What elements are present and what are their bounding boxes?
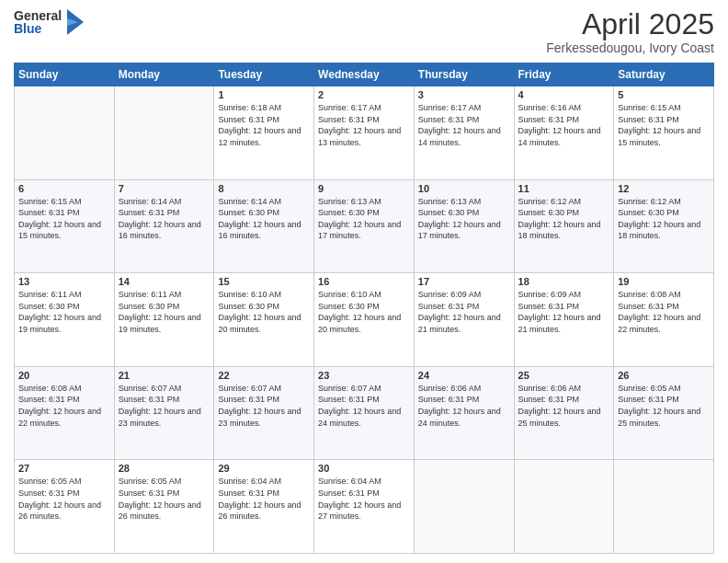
day-info: Sunrise: 6:10 AMSunset: 6:30 PMDaylight:… <box>318 290 401 334</box>
day-number: 8 <box>218 183 310 194</box>
day-number: 22 <box>218 370 310 381</box>
day-of-week-header: Saturday <box>614 63 714 86</box>
day-number: 14 <box>119 276 210 287</box>
day-info: Sunrise: 6:09 AMSunset: 6:31 PMDaylight:… <box>418 290 501 334</box>
calendar-day-cell: 1 Sunrise: 6:18 AMSunset: 6:31 PMDayligh… <box>214 86 314 180</box>
day-info: Sunrise: 6:07 AMSunset: 6:31 PMDaylight:… <box>218 384 301 428</box>
calendar-day-cell: 4 Sunrise: 6:16 AMSunset: 6:31 PMDayligh… <box>514 86 614 180</box>
calendar-table: SundayMondayTuesdayWednesdayThursdayFrid… <box>14 63 714 554</box>
calendar-week-row: 6 Sunrise: 6:15 AMSunset: 6:31 PMDayligh… <box>15 179 714 273</box>
day-info: Sunrise: 6:05 AMSunset: 6:31 PMDaylight:… <box>618 384 700 428</box>
header-right: April 2025 Ferkessedougou, Ivory Coast <box>546 9 714 55</box>
calendar-day-cell: 8 Sunrise: 6:14 AMSunset: 6:30 PMDayligh… <box>214 179 314 273</box>
calendar-day-cell: 5 Sunrise: 6:15 AMSunset: 6:31 PMDayligh… <box>614 86 714 180</box>
calendar-day-cell: 9 Sunrise: 6:13 AMSunset: 6:30 PMDayligh… <box>314 179 415 273</box>
day-number: 11 <box>518 183 610 194</box>
calendar-day-cell: 18 Sunrise: 6:09 AMSunset: 6:31 PMDaylig… <box>514 273 614 367</box>
day-number: 7 <box>119 183 210 194</box>
day-info: Sunrise: 6:11 AMSunset: 6:30 PMDaylight:… <box>119 290 201 334</box>
logo-icon <box>65 9 84 35</box>
day-number: 18 <box>518 276 610 287</box>
calendar-day-cell <box>414 460 514 554</box>
day-info: Sunrise: 6:05 AMSunset: 6:31 PMDaylight:… <box>18 477 101 521</box>
day-info: Sunrise: 6:10 AMSunset: 6:30 PMDaylight:… <box>218 290 301 334</box>
day-number: 12 <box>618 183 710 194</box>
day-number: 6 <box>18 183 110 194</box>
month-title: April 2025 <box>546 9 714 39</box>
calendar-week-row: 27 Sunrise: 6:05 AMSunset: 6:31 PMDaylig… <box>15 460 714 554</box>
calendar-day-cell <box>514 460 614 554</box>
day-number: 1 <box>218 89 310 100</box>
day-info: Sunrise: 6:04 AMSunset: 6:31 PMDaylight:… <box>318 477 401 521</box>
logo-general: General <box>14 9 62 22</box>
calendar-day-cell: 29 Sunrise: 6:04 AMSunset: 6:31 PMDaylig… <box>214 460 314 554</box>
logo: General Blue <box>14 9 84 35</box>
calendar-day-cell: 22 Sunrise: 6:07 AMSunset: 6:31 PMDaylig… <box>214 366 314 460</box>
calendar-day-cell <box>614 460 714 554</box>
day-number: 25 <box>518 370 610 381</box>
calendar-day-cell: 11 Sunrise: 6:12 AMSunset: 6:30 PMDaylig… <box>514 179 614 273</box>
calendar-day-cell: 19 Sunrise: 6:08 AMSunset: 6:31 PMDaylig… <box>614 273 714 367</box>
day-number: 23 <box>318 370 410 381</box>
calendar-day-cell: 12 Sunrise: 6:12 AMSunset: 6:30 PMDaylig… <box>614 179 714 273</box>
day-number: 3 <box>418 89 510 100</box>
logo-text: General Blue <box>14 9 62 35</box>
calendar-week-row: 20 Sunrise: 6:08 AMSunset: 6:31 PMDaylig… <box>15 366 714 460</box>
day-info: Sunrise: 6:14 AMSunset: 6:31 PMDaylight:… <box>119 197 201 241</box>
day-info: Sunrise: 6:12 AMSunset: 6:30 PMDaylight:… <box>518 197 601 241</box>
day-info: Sunrise: 6:13 AMSunset: 6:30 PMDaylight:… <box>318 197 401 241</box>
calendar-day-cell: 30 Sunrise: 6:04 AMSunset: 6:31 PMDaylig… <box>314 460 415 554</box>
location: Ferkessedougou, Ivory Coast <box>546 40 714 55</box>
calendar-day-cell: 14 Sunrise: 6:11 AMSunset: 6:30 PMDaylig… <box>114 273 214 367</box>
day-of-week-header: Monday <box>114 63 214 86</box>
calendar-day-cell: 16 Sunrise: 6:10 AMSunset: 6:30 PMDaylig… <box>314 273 415 367</box>
day-info: Sunrise: 6:17 AMSunset: 6:31 PMDaylight:… <box>418 103 501 147</box>
day-number: 13 <box>18 276 110 287</box>
day-of-week-header: Friday <box>514 63 614 86</box>
day-info: Sunrise: 6:14 AMSunset: 6:30 PMDaylight:… <box>218 197 301 241</box>
header: General Blue April 2025 Ferkessedougou, … <box>14 9 714 55</box>
day-info: Sunrise: 6:08 AMSunset: 6:31 PMDaylight:… <box>18 384 101 428</box>
day-of-week-header: Sunday <box>15 63 115 86</box>
calendar-day-cell: 25 Sunrise: 6:06 AMSunset: 6:31 PMDaylig… <box>514 366 614 460</box>
day-info: Sunrise: 6:06 AMSunset: 6:31 PMDaylight:… <box>418 384 501 428</box>
day-info: Sunrise: 6:04 AMSunset: 6:31 PMDaylight:… <box>218 477 301 521</box>
calendar-day-cell: 27 Sunrise: 6:05 AMSunset: 6:31 PMDaylig… <box>15 460 115 554</box>
calendar-day-cell: 3 Sunrise: 6:17 AMSunset: 6:31 PMDayligh… <box>414 86 514 180</box>
day-info: Sunrise: 6:17 AMSunset: 6:31 PMDaylight:… <box>318 103 401 147</box>
calendar-day-cell: 15 Sunrise: 6:10 AMSunset: 6:30 PMDaylig… <box>214 273 314 367</box>
day-info: Sunrise: 6:16 AMSunset: 6:31 PMDaylight:… <box>518 103 601 147</box>
calendar-day-cell: 21 Sunrise: 6:07 AMSunset: 6:31 PMDaylig… <box>114 366 214 460</box>
day-info: Sunrise: 6:13 AMSunset: 6:30 PMDaylight:… <box>418 197 501 241</box>
calendar-day-cell <box>15 86 115 180</box>
day-of-week-header: Wednesday <box>314 63 415 86</box>
day-of-week-header: Thursday <box>414 63 514 86</box>
calendar-day-cell: 17 Sunrise: 6:09 AMSunset: 6:31 PMDaylig… <box>414 273 514 367</box>
day-info: Sunrise: 6:15 AMSunset: 6:31 PMDaylight:… <box>618 103 700 147</box>
calendar-day-cell <box>114 86 214 180</box>
logo-blue: Blue <box>14 22 62 35</box>
calendar-day-cell: 23 Sunrise: 6:07 AMSunset: 6:31 PMDaylig… <box>314 366 415 460</box>
day-number: 5 <box>618 89 710 100</box>
day-number: 27 <box>18 463 110 474</box>
day-number: 17 <box>418 276 510 287</box>
day-info: Sunrise: 6:12 AMSunset: 6:30 PMDaylight:… <box>618 197 700 241</box>
calendar-day-cell: 20 Sunrise: 6:08 AMSunset: 6:31 PMDaylig… <box>15 366 115 460</box>
calendar-day-cell: 24 Sunrise: 6:06 AMSunset: 6:31 PMDaylig… <box>414 366 514 460</box>
day-number: 15 <box>218 276 310 287</box>
day-info: Sunrise: 6:08 AMSunset: 6:31 PMDaylight:… <box>618 290 700 334</box>
calendar-day-cell: 7 Sunrise: 6:14 AMSunset: 6:31 PMDayligh… <box>114 179 214 273</box>
day-info: Sunrise: 6:09 AMSunset: 6:31 PMDaylight:… <box>518 290 601 334</box>
calendar-day-cell: 2 Sunrise: 6:17 AMSunset: 6:31 PMDayligh… <box>314 86 415 180</box>
day-info: Sunrise: 6:07 AMSunset: 6:31 PMDaylight:… <box>318 384 401 428</box>
day-number: 10 <box>418 183 510 194</box>
day-info: Sunrise: 6:18 AMSunset: 6:31 PMDaylight:… <box>218 103 301 147</box>
day-of-week-header: Tuesday <box>214 63 314 86</box>
day-number: 20 <box>18 370 110 381</box>
calendar-day-cell: 6 Sunrise: 6:15 AMSunset: 6:31 PMDayligh… <box>15 179 115 273</box>
day-number: 26 <box>618 370 710 381</box>
calendar-week-row: 1 Sunrise: 6:18 AMSunset: 6:31 PMDayligh… <box>15 86 714 180</box>
day-number: 24 <box>418 370 510 381</box>
day-number: 16 <box>318 276 410 287</box>
day-info: Sunrise: 6:07 AMSunset: 6:31 PMDaylight:… <box>119 384 201 428</box>
